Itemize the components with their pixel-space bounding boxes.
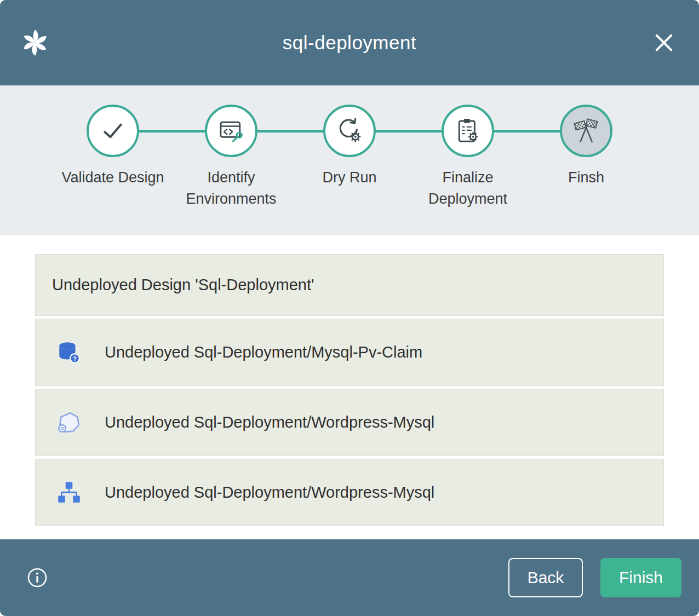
dialog-footer: Back Finish — [0, 539, 699, 616]
clipboard-gear-icon[interactable] — [442, 105, 494, 157]
wizard-dialog: sql-deployment Validate Design — [0, 0, 699, 616]
dialog-header: sql-deployment — [0, 0, 699, 85]
step-label: Finsh — [568, 167, 604, 188]
close-icon[interactable] — [650, 28, 678, 57]
checkered-flags-icon[interactable] — [560, 105, 612, 157]
step-dry-run: Dry Run — [290, 105, 409, 210]
database-icon: ? — [55, 339, 83, 366]
info-icon[interactable] — [18, 558, 57, 597]
pod-icon — [55, 409, 83, 436]
step-finalize-deployment: Finalize Deployment — [409, 105, 527, 210]
step-validate-design: Validate Design — [54, 105, 172, 210]
svg-text:?: ? — [73, 355, 77, 361]
result-row-wordpress-mysql-tree: Undeployed Sql-Deployment/Wordpress-Mysq… — [35, 459, 664, 526]
finish-button[interactable]: Finish — [600, 558, 681, 597]
code-window-wrench-icon[interactable] — [205, 105, 257, 157]
result-text: Undeployed Sql-Deployment/Wordpress-Mysq… — [105, 483, 434, 502]
result-header-row: Undeployed Design 'Sql-Deployment' — [35, 254, 664, 316]
history-gear-icon[interactable] — [323, 105, 376, 157]
step-label: Finalize Deployment — [410, 167, 525, 210]
wizard-stepper: Validate Design Identi — [0, 85, 699, 235]
step-finish: Finsh — [527, 105, 645, 210]
result-text: Undeployed Sql-Deployment/Wordpress-Mysq… — [105, 413, 434, 431]
check-icon[interactable] — [87, 105, 139, 157]
result-text: Undeployed Sql-Deployment/Mysql-Pv-Claim — [105, 343, 422, 361]
tree-icon — [55, 479, 83, 506]
step-label: Identify Environments — [174, 167, 289, 210]
result-row-mysql-pv-claim: ? Undeployed Sql-Deployment/Mysql-Pv-Cla… — [35, 319, 664, 386]
step-label: Validate Design — [61, 167, 164, 188]
step-identify-environments: Identify Environments — [172, 105, 290, 210]
result-row-wordpress-mysql-pod: Undeployed Sql-Deployment/Wordpress-Mysq… — [35, 389, 664, 456]
result-header-text: Undeployed Design 'Sql-Deployment' — [52, 276, 314, 294]
step-label: Dry Run — [322, 167, 376, 188]
back-button[interactable]: Back — [508, 558, 583, 597]
dialog-title: sql-deployment — [0, 32, 699, 54]
results-panel: Undeployed Design 'Sql-Deployment' ? Und… — [0, 235, 699, 539]
